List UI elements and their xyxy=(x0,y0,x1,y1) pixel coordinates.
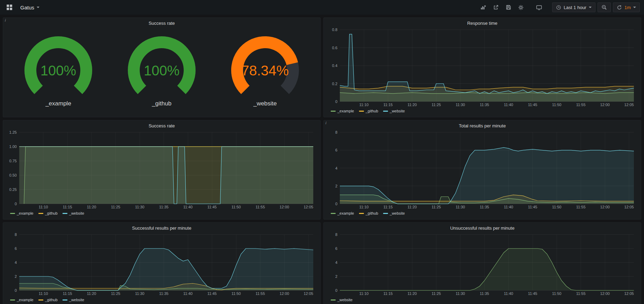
legend-label: _example xyxy=(17,211,34,215)
svg-text:6: 6 xyxy=(335,246,337,251)
panel-title[interactable]: Unsuccessful results per minute xyxy=(327,225,637,232)
legend-swatch xyxy=(359,111,364,112)
svg-text:11:15: 11:15 xyxy=(383,291,393,296)
dashboard-grid: i Success rate 100% _example 100% _githu… xyxy=(0,15,644,304)
successful-results-chart[interactable]: 11:1011:1511:2011:2511:3011:3511:4011:45… xyxy=(7,232,317,297)
svg-text:12:00: 12:00 xyxy=(600,291,610,296)
success-rate-chart[interactable]: 11:1011:1511:2011:2511:3011:3511:4011:45… xyxy=(7,129,317,210)
legend-swatch xyxy=(383,111,388,112)
refresh-interval-label: 1m xyxy=(624,5,631,10)
svg-text:11:50: 11:50 xyxy=(232,291,241,296)
svg-text:0: 0 xyxy=(335,288,337,292)
refresh-button[interactable]: 1m xyxy=(613,2,640,12)
legend-item-_example[interactable]: _example xyxy=(331,211,354,215)
legend-swatch xyxy=(63,213,67,214)
svg-text:12:05: 12:05 xyxy=(624,205,634,209)
svg-text:11:55: 11:55 xyxy=(576,291,586,296)
svg-text:0: 0 xyxy=(335,202,337,206)
panel-title[interactable]: Success rate xyxy=(7,20,317,27)
svg-text:12:00: 12:00 xyxy=(600,103,610,107)
share-button[interactable] xyxy=(491,2,501,12)
zoom-out-button[interactable] xyxy=(598,2,611,12)
legend-item-_example[interactable]: _example xyxy=(331,109,354,113)
svg-text:0.4: 0.4 xyxy=(332,64,337,68)
legend-item-_website[interactable]: _website xyxy=(63,211,84,215)
svg-text:0.50: 0.50 xyxy=(9,173,17,177)
panel-info-icon[interactable]: i xyxy=(325,121,326,125)
svg-text:11:15: 11:15 xyxy=(383,205,393,209)
svg-text:2: 2 xyxy=(15,274,17,279)
svg-text:11:10: 11:10 xyxy=(39,291,48,296)
dashboard-title[interactable]: Gatus xyxy=(18,3,42,12)
svg-text:11:15: 11:15 xyxy=(63,291,72,296)
legend-item-_example[interactable]: _example xyxy=(10,211,34,215)
gauge-label: _example xyxy=(45,100,71,107)
unsuccessful-results-chart[interactable]: 11:1011:1511:2011:2511:3011:3511:4011:45… xyxy=(327,232,637,297)
legend-label: _github xyxy=(366,109,378,113)
panel-title[interactable]: Successful results per minute xyxy=(7,225,317,232)
svg-text:11:25: 11:25 xyxy=(111,291,120,296)
chart-legend: _example_github_website xyxy=(7,297,317,303)
response-time-chart[interactable]: 11:1011:1511:2011:2511:3011:3511:4011:45… xyxy=(327,27,637,108)
legend-item-_github[interactable]: _github xyxy=(38,298,58,302)
settings-button[interactable] xyxy=(516,2,526,12)
apps-grid-icon[interactable] xyxy=(4,2,15,12)
save-icon xyxy=(506,5,511,10)
legend-label: _example xyxy=(17,298,34,302)
svg-text:11:55: 11:55 xyxy=(256,291,265,296)
chart-legend: _example_github_website xyxy=(7,210,317,216)
legend-label: _github xyxy=(45,211,58,215)
legend-item-_website[interactable]: _website xyxy=(383,211,405,215)
svg-text:11:15: 11:15 xyxy=(383,103,393,107)
svg-text:11:20: 11:20 xyxy=(87,291,96,296)
svg-text:11:55: 11:55 xyxy=(576,103,586,107)
svg-text:12:05: 12:05 xyxy=(303,291,313,296)
legend-label: _example xyxy=(337,109,354,113)
panel-title[interactable]: Response time xyxy=(327,20,637,27)
svg-text:11:40: 11:40 xyxy=(183,291,193,296)
gauges-row: 100% _example 100% _github 78.34% _websi… xyxy=(7,27,317,114)
svg-text:0: 0 xyxy=(335,99,337,104)
svg-text:11:30: 11:30 xyxy=(456,205,465,209)
legend-item-_github[interactable]: _github xyxy=(359,109,378,113)
legend-item-_website[interactable]: _website xyxy=(331,298,352,302)
legend-item-_github[interactable]: _github xyxy=(38,211,58,215)
legend-label: _website xyxy=(337,298,352,302)
svg-text:0.6: 0.6 xyxy=(332,46,337,50)
tv-mode-button[interactable] xyxy=(534,2,544,12)
svg-text:11:30: 11:30 xyxy=(135,291,145,296)
legend-label: _website xyxy=(69,211,84,215)
legend-item-_website[interactable]: _website xyxy=(383,109,405,113)
add-panel-button[interactable] xyxy=(478,2,489,12)
legend-swatch xyxy=(10,299,15,301)
svg-text:11:45: 11:45 xyxy=(207,291,217,296)
panel-title[interactable]: Success rate xyxy=(7,123,317,129)
svg-text:8: 8 xyxy=(15,232,17,237)
legend-item-_example[interactable]: _example xyxy=(10,298,34,302)
total-results-chart[interactable]: 11:1011:1511:2011:2511:3011:3511:4011:45… xyxy=(327,129,637,210)
svg-text:11:35: 11:35 xyxy=(480,205,489,209)
legend-label: _example xyxy=(337,211,354,215)
svg-text:2: 2 xyxy=(335,184,337,188)
panel-unsuccessful-results: Unsuccessful results per minute 11:1011:… xyxy=(323,222,641,304)
svg-text:11:35: 11:35 xyxy=(159,291,169,296)
svg-text:11:55: 11:55 xyxy=(576,205,586,209)
gauge-label: _website xyxy=(253,100,277,107)
svg-text:0.8: 0.8 xyxy=(332,28,337,32)
time-range-button[interactable]: Last 1 hour xyxy=(552,2,595,12)
legend-swatch xyxy=(38,213,43,214)
svg-text:11:45: 11:45 xyxy=(528,103,537,107)
svg-text:11:10: 11:10 xyxy=(359,103,369,107)
svg-text:11:50: 11:50 xyxy=(552,103,562,107)
save-button[interactable] xyxy=(503,2,514,12)
legend-label: _website xyxy=(390,109,405,113)
panel-title[interactable]: Total results per minute xyxy=(327,123,637,129)
legend-item-_github[interactable]: _github xyxy=(359,211,378,215)
svg-text:11:40: 11:40 xyxy=(183,205,193,209)
panel-successful-results: Successful results per minute 11:1011:15… xyxy=(3,222,321,304)
svg-text:12:00: 12:00 xyxy=(279,291,289,296)
svg-text:78.34%: 78.34% xyxy=(241,63,289,78)
panel-info-icon[interactable]: i xyxy=(5,18,6,22)
caret-down-icon xyxy=(589,7,592,8)
legend-item-_website[interactable]: _website xyxy=(63,298,84,302)
